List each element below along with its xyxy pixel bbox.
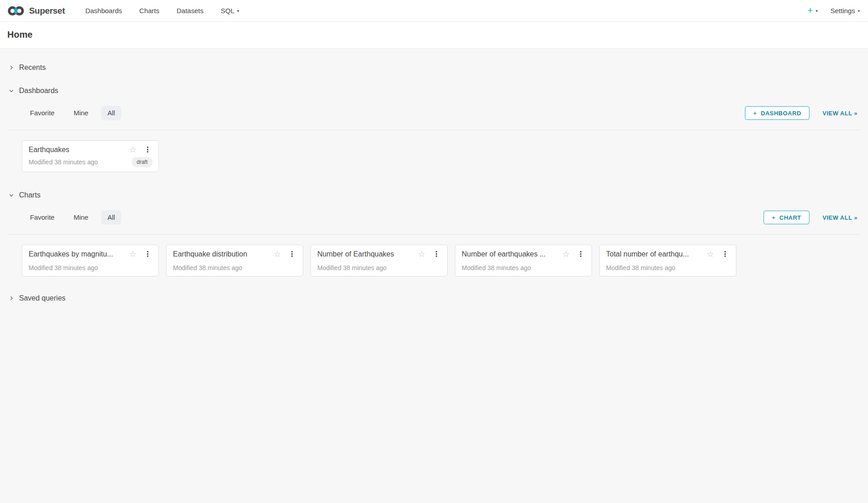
tab-favorite[interactable]: Favorite (30, 106, 54, 120)
section-title: Saved queries (19, 294, 65, 302)
brand-name: Superset (29, 6, 65, 16)
chart-card[interactable]: Number of Earthquakes ☆ ⋮ Modified 38 mi… (311, 245, 448, 276)
chevron-right-icon (9, 296, 14, 301)
card-title: Earthquake distribution (173, 250, 274, 258)
chart-card[interactable]: Earthquake distribution ☆ ⋮ Modified 38 … (166, 245, 303, 276)
section-title: Recents (19, 64, 46, 72)
card-top: Earthquakes ☆ ⋮ (29, 146, 153, 154)
section-header-recents[interactable]: Recents (7, 64, 861, 72)
dashboards-submenu: Favorite Mine All + DASHBOARD VIEW ALL » (7, 106, 861, 130)
chevron-right-icon (9, 65, 14, 70)
nav-item-sql[interactable]: SQL ▾ (212, 0, 248, 21)
chart-card[interactable]: Number of earthquakes ... ☆ ⋮ Modified 3… (455, 245, 592, 276)
section-title: Dashboards (19, 87, 58, 95)
plus-icon: + (772, 213, 776, 221)
card-top: Total number of earthqu... ☆ ⋮ (606, 250, 730, 258)
tab-all[interactable]: All (101, 106, 122, 120)
charts-tabs: Favorite Mine All (30, 210, 115, 225)
add-dashboard-label: DASHBOARD (761, 110, 801, 117)
chevron-down-icon (9, 192, 14, 198)
plus-icon: + (807, 5, 813, 15)
charts-card-row: Earthquakes by magnitu... ☆ ⋮ Modified 3… (22, 245, 861, 276)
status-badge: draft (132, 157, 153, 167)
plus-icon: + (753, 109, 757, 117)
nav-item-datasets[interactable]: Datasets (168, 0, 212, 21)
caret-down-icon: ▾ (816, 9, 818, 13)
card-modified: Modified 38 minutes ago (29, 158, 98, 166)
card-modified: Modified 38 minutes ago (29, 264, 98, 271)
kebab-menu-icon[interactable]: ⋮ (431, 251, 441, 258)
card-bottom: Modified 38 minutes ago (462, 264, 586, 271)
add-dashboard-button[interactable]: + DASHBOARD (745, 106, 809, 120)
section-header-charts[interactable]: Charts (7, 191, 861, 199)
kebab-menu-icon[interactable]: ⋮ (720, 251, 730, 258)
chart-card[interactable]: Total number of earthqu... ☆ ⋮ Modified … (599, 245, 736, 276)
add-chart-label: CHART (779, 214, 801, 221)
favorite-star-icon[interactable]: ☆ (418, 250, 425, 258)
favorite-star-icon[interactable]: ☆ (274, 250, 281, 258)
nav-item-dashboards[interactable]: Dashboards (77, 0, 131, 21)
main-nav: Dashboards Charts Datasets SQL ▾ (77, 0, 248, 21)
card-title: Number of earthquakes ... (462, 250, 562, 258)
page-title-bar: Home (0, 22, 868, 49)
add-chart-button[interactable]: + CHART (764, 211, 809, 224)
card-title: Earthquakes by magnitu... (29, 250, 129, 258)
card-modified: Modified 38 minutes ago (317, 264, 387, 271)
section-title: Charts (19, 191, 40, 199)
nav-item-charts[interactable]: Charts (131, 0, 168, 21)
card-top: Earthquake distribution ☆ ⋮ (173, 250, 297, 258)
card-modified: Modified 38 minutes ago (606, 264, 676, 271)
settings-menu-button[interactable]: Settings ▾ (830, 7, 860, 15)
settings-label: Settings (830, 7, 855, 15)
tab-mine[interactable]: Mine (74, 210, 89, 225)
favorite-star-icon[interactable]: ☆ (129, 146, 137, 154)
card-top: Number of earthquakes ... ☆ ⋮ (462, 250, 586, 258)
card-bottom: Modified 38 minutes ago draft (29, 157, 153, 167)
card-bottom: Modified 38 minutes ago (606, 264, 730, 271)
new-item-menu-button[interactable]: + ▾ (807, 6, 818, 15)
dashboards-card-row: Earthquakes ☆ ⋮ Modified 38 minutes ago … (22, 140, 861, 172)
nav-item-label: Dashboards (85, 7, 122, 15)
page-title: Home (7, 30, 861, 40)
view-all-dashboards-link[interactable]: VIEW ALL » (823, 110, 858, 117)
favorite-star-icon[interactable]: ☆ (129, 250, 137, 258)
card-bottom: Modified 38 minutes ago (29, 264, 153, 271)
favorite-star-icon[interactable]: ☆ (562, 250, 570, 258)
chevron-down-icon (9, 88, 14, 94)
chart-card[interactable]: Earthquakes by magnitu... ☆ ⋮ Modified 3… (22, 245, 159, 276)
favorite-star-icon[interactable]: ☆ (707, 250, 714, 258)
card-top: Number of Earthquakes ☆ ⋮ (317, 250, 441, 258)
section-header-saved-queries[interactable]: Saved queries (7, 294, 861, 302)
charts-actions: + CHART VIEW ALL » (764, 211, 861, 224)
tab-all[interactable]: All (101, 210, 122, 225)
kebab-menu-icon[interactable]: ⋮ (143, 146, 153, 153)
card-title: Number of Earthquakes (317, 250, 418, 258)
navbar-right: + ▾ Settings ▾ (807, 6, 862, 15)
tab-mine[interactable]: Mine (74, 106, 89, 120)
charts-submenu: Favorite Mine All + CHART VIEW ALL » (7, 210, 861, 235)
caret-down-icon: ▾ (858, 9, 860, 13)
nav-item-label: SQL (221, 7, 234, 15)
card-title: Total number of earthqu... (606, 250, 707, 258)
card-bottom: Modified 38 minutes ago (317, 264, 441, 271)
card-modified: Modified 38 minutes ago (462, 264, 531, 271)
dashboards-tabs: Favorite Mine All (30, 106, 115, 120)
card-modified: Modified 38 minutes ago (173, 264, 242, 271)
kebab-menu-icon[interactable]: ⋮ (143, 251, 153, 258)
dashboards-actions: + DASHBOARD VIEW ALL » (745, 106, 861, 120)
tab-favorite[interactable]: Favorite (30, 210, 54, 225)
section-header-dashboards[interactable]: Dashboards (7, 87, 861, 95)
nav-item-label: Charts (139, 7, 159, 15)
kebab-menu-icon[interactable]: ⋮ (576, 251, 586, 258)
card-bottom: Modified 38 minutes ago (173, 264, 297, 271)
home-content: Recents Dashboards Favorite Mine All + D… (0, 64, 868, 302)
view-all-charts-link[interactable]: VIEW ALL » (823, 214, 858, 221)
navbar: Superset Dashboards Charts Datasets SQL … (0, 0, 868, 22)
card-title: Earthquakes (29, 146, 129, 154)
card-top: Earthquakes by magnitu... ☆ ⋮ (29, 250, 153, 258)
superset-logo[interactable]: Superset (7, 5, 65, 17)
nav-item-label: Datasets (177, 7, 203, 15)
superset-infinity-icon (7, 5, 25, 17)
dashboard-card-earthquakes[interactable]: Earthquakes ☆ ⋮ Modified 38 minutes ago … (22, 140, 159, 172)
kebab-menu-icon[interactable]: ⋮ (287, 251, 297, 258)
